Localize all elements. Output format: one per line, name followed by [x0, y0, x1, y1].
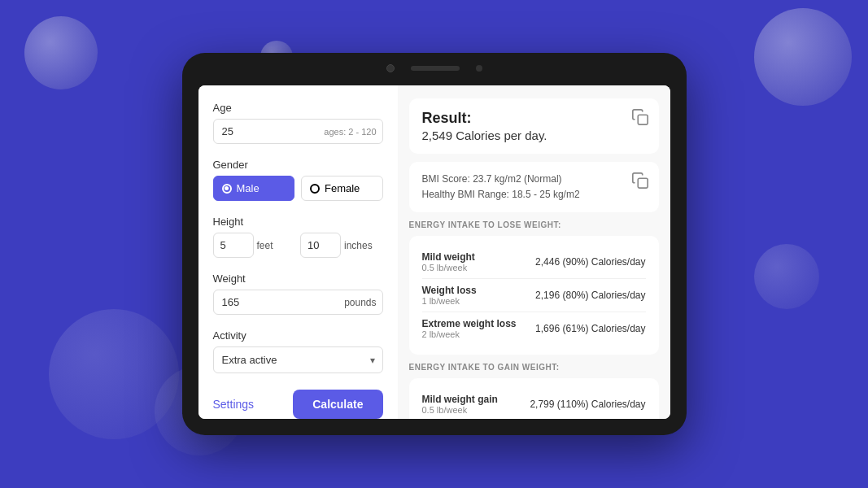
gain-value-0: 2,799 (110%) Calories/day — [530, 399, 645, 410]
male-label: Male — [237, 182, 260, 194]
lose-weight-section-label: ENERGY INTAKE TO LOSE WEIGHT: — [409, 220, 659, 229]
svg-rect-1 — [638, 178, 648, 188]
buttons-row: Settings Calculate — [213, 390, 383, 419]
results-panel: Result: 2,549 Calories per day. BMI Scor… — [398, 85, 670, 419]
height-feet-group: 5 feet — [213, 233, 296, 258]
svg-rect-0 — [638, 115, 648, 124]
lose-row-1: Weight loss 1 lb/week 2,196 (80%) Calori… — [422, 279, 646, 312]
calculate-button[interactable]: Calculate — [293, 390, 382, 419]
female-label: Female — [325, 182, 360, 194]
activity-label: Activity — [213, 329, 383, 342]
gender-row: Male Female — [213, 176, 383, 201]
bmi-card: BMI Score: 23.7 kg/m2 (Normal) Healthy B… — [409, 162, 659, 212]
weight-field-group: Weight 165 pounds — [213, 272, 383, 315]
feet-unit: feet — [257, 240, 273, 251]
inches-unit: inches — [344, 240, 373, 251]
tablet-top-bar — [386, 64, 482, 72]
female-radio-dot — [310, 184, 320, 194]
age-field-group: Age 25 ages: 2 - 120 — [213, 102, 383, 144]
copy-result-icon[interactable] — [631, 108, 649, 126]
tablet-camera — [386, 64, 395, 72]
lose-name-1: Weight loss — [422, 285, 477, 296]
gain-weight-card: Mild weight gain 0.5 lb/week 2,799 (110%… — [409, 378, 659, 419]
height-feet-input[interactable]: 5 — [213, 233, 254, 258]
lose-row-2: Extreme weight loss 2 lb/week 1,696 (61%… — [422, 312, 646, 345]
result-title: Result: — [422, 110, 646, 127]
lose-sub-0: 0.5 lb/week — [422, 263, 475, 272]
decorative-sphere-1 — [24, 16, 98, 89]
weight-label: Weight — [213, 272, 383, 285]
tablet-camera-right — [476, 65, 482, 72]
lose-name-0: Mild weight — [422, 251, 475, 263]
activity-select-wrapper: Extra active Sedentary Lightly active Mo… — [213, 346, 383, 373]
tablet-screen: Age 25 ages: 2 - 120 Gender Male Female — [198, 85, 670, 419]
lose-value-2: 1,696 (61%) Calories/day — [535, 323, 645, 334]
bmi-range: Healthy BMI Range: 18.5 - 25 kg/m2 — [422, 187, 646, 203]
height-row: 5 feet 10 inches — [213, 233, 383, 258]
age-hint: ages: 2 - 120 — [324, 127, 376, 137]
result-main-card: Result: 2,549 Calories per day. — [409, 98, 659, 154]
tablet-frame: Age 25 ages: 2 - 120 Gender Male Female — [182, 53, 687, 435]
activity-select[interactable]: Extra active Sedentary Lightly active Mo… — [213, 346, 383, 373]
weight-unit: pounds — [344, 297, 376, 308]
result-value: 2,549 Calories per day. — [422, 129, 646, 142]
lose-weight-card: Mild weight 0.5 lb/week 2,446 (90%) Calo… — [409, 236, 659, 355]
decorative-sphere-3 — [754, 8, 852, 106]
tablet-speaker — [411, 66, 460, 71]
gender-field-group: Gender Male Female — [213, 159, 383, 201]
decorative-sphere-6 — [754, 244, 819, 309]
lose-row-0: Mild weight 0.5 lb/week 2,446 (90%) Calo… — [422, 246, 646, 279]
gender-female-option[interactable]: Female — [301, 176, 383, 201]
height-inches-group: 10 inches — [300, 233, 383, 258]
settings-button[interactable]: Settings — [213, 398, 255, 411]
age-label: Age — [213, 102, 383, 114]
gain-name-0: Mild weight gain — [422, 394, 498, 405]
gain-weight-section-label: ENERGY INTAKE TO GAIN WEIGHT: — [409, 363, 659, 372]
lose-value-0: 2,446 (90%) Calories/day — [535, 256, 645, 268]
gain-sub-0: 0.5 lb/week — [422, 405, 498, 415]
decorative-sphere-4 — [49, 309, 179, 439]
copy-bmi-icon[interactable] — [631, 172, 649, 190]
form-panel: Age 25 ages: 2 - 120 Gender Male Female — [198, 85, 398, 419]
gender-label: Gender — [213, 159, 383, 171]
bmi-score: BMI Score: 23.7 kg/m2 (Normal) — [422, 172, 646, 187]
lose-value-1: 2,196 (80%) Calories/day — [535, 290, 645, 301]
height-label: Height — [213, 216, 383, 228]
gain-row-0: Mild weight gain 0.5 lb/week 2,799 (110%… — [422, 388, 646, 419]
lose-sub-2: 2 lb/week — [422, 329, 517, 339]
male-radio-dot — [222, 184, 232, 194]
gender-male-option[interactable]: Male — [213, 176, 295, 201]
activity-field-group: Activity Extra active Sedentary Lightly … — [213, 329, 383, 373]
height-inches-input[interactable]: 10 — [300, 233, 341, 258]
lose-name-2: Extreme weight loss — [422, 318, 517, 329]
height-field-group: Height 5 feet 10 inches — [213, 216, 383, 258]
lose-sub-1: 1 lb/week — [422, 296, 477, 306]
